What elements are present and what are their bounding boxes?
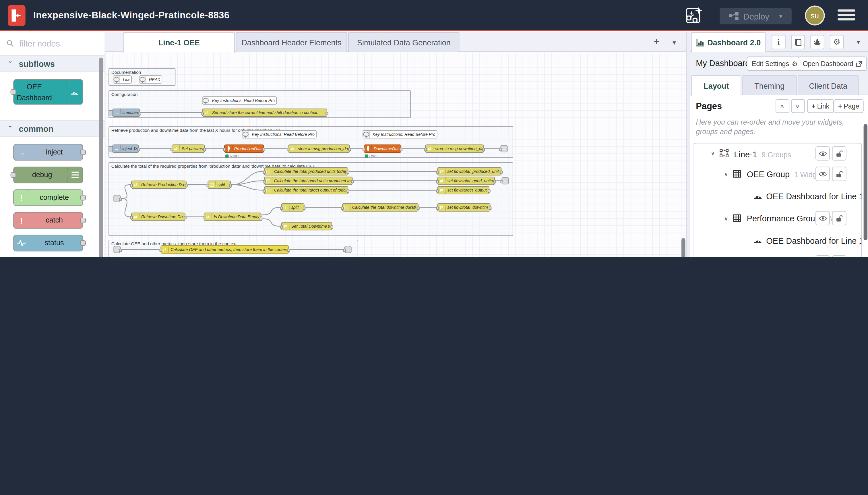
node-output-port[interactable] xyxy=(488,189,490,193)
tree-root-row[interactable]: ∨Line-19 Groups xyxy=(694,143,861,164)
unlock-button[interactable] xyxy=(832,255,847,257)
visibility-eye-button[interactable] xyxy=(815,255,830,257)
palette-node-status[interactable]: status xyxy=(13,235,83,252)
flow-list-caret-icon[interactable]: ▾ xyxy=(667,36,681,49)
node-output-port[interactable] xyxy=(348,148,351,151)
flow-node-s1[interactable]: ⇄store in msg.production_data xyxy=(288,144,350,153)
tree-group-row[interactable]: ∨Availability Group1 Widgets xyxy=(694,252,861,257)
unlock-button[interactable] xyxy=(832,146,847,160)
flow-node-ie1[interactable]: ⋔Is Downtime Data Empty? xyxy=(204,213,261,221)
add-page-button[interactable]: +Page xyxy=(834,99,863,113)
tab-dashboard-2[interactable]: Dashboard 2.0 xyxy=(692,32,765,53)
flow-node-rp[interactable]: ⇄Retrieve Production Data xyxy=(131,181,187,189)
node-input-port[interactable] xyxy=(363,148,365,151)
flow-node-t1[interactable]: →timestamp ¹ xyxy=(112,108,140,117)
node-output-port[interactable] xyxy=(351,180,354,183)
node-output-port[interactable] xyxy=(185,184,188,187)
tree-widget-row[interactable]: OEE Dashboard for Line 1 xyxy=(694,186,861,208)
node-input-port[interactable] xyxy=(159,249,162,252)
node-output-port[interactable] xyxy=(500,170,503,174)
node-output-port[interactable] xyxy=(137,148,140,151)
sidebar-caret-icon[interactable]: ▾ xyxy=(851,35,865,49)
add-flow-button[interactable]: + xyxy=(650,36,663,49)
palette-node-debug[interactable]: debug xyxy=(13,167,83,184)
flow-node-li3[interactable]: → xyxy=(114,246,121,253)
unlock-button[interactable] xyxy=(832,167,847,181)
node-input-port[interactable] xyxy=(343,249,346,252)
node-input-port[interactable] xyxy=(11,172,16,178)
filter-nodes-input[interactable] xyxy=(18,38,90,49)
node-output-port[interactable] xyxy=(346,170,349,174)
palette-node-complete[interactable]: complete! xyxy=(13,189,83,206)
node-input-port[interactable] xyxy=(436,206,439,210)
user-avatar[interactable]: su xyxy=(805,5,824,25)
node-output-port[interactable] xyxy=(493,180,496,183)
chevron-down-icon[interactable]: ∨ xyxy=(711,150,715,156)
debug-bug-button[interactable] xyxy=(810,35,824,49)
flow-node-co[interactable]: ⇄Calculate OEE and other metrics, then s… xyxy=(160,245,289,254)
flow-node-sg[interactable]: ⇄set flow.total_good_units xyxy=(437,176,495,185)
node-input-port[interactable] xyxy=(206,184,209,187)
visibility-eye-button[interactable] xyxy=(815,167,830,181)
node-input-port[interactable] xyxy=(500,180,503,183)
palette-node-catch[interactable]: catch! xyxy=(13,212,83,229)
flow-node-li2[interactable]: → xyxy=(114,195,121,202)
flow-node-cp[interactable]: ◫Calculate the total produced units toda… xyxy=(264,167,348,175)
tab-layout[interactable]: Layout xyxy=(692,75,742,96)
node-input-port[interactable] xyxy=(11,89,16,95)
flow-node-i1[interactable]: →inject ↻ xyxy=(112,144,139,153)
expand-all-button[interactable]: » xyxy=(791,99,805,113)
node-output-port[interactable] xyxy=(262,148,265,151)
node-input-port[interactable] xyxy=(223,148,226,151)
node-output-port[interactable] xyxy=(80,195,86,200)
palette-section-common[interactable]: ›common xyxy=(0,120,105,137)
node-red-logo-icon[interactable] xyxy=(8,5,25,26)
node-output-port[interactable] xyxy=(346,189,349,193)
node-input-port[interactable] xyxy=(280,225,283,228)
tree-group-row[interactable]: ∨Performance Group1 Widgets xyxy=(694,208,861,230)
node-output-port[interactable] xyxy=(138,112,141,115)
node-input-port[interactable] xyxy=(263,170,266,174)
sidebar-splitter[interactable] xyxy=(686,32,690,257)
flow-node-kc1[interactable]: Key Instructions: Read Before Proceeding xyxy=(242,130,317,138)
visibility-eye-button[interactable] xyxy=(815,146,830,160)
flow-node-rdm[interactable]: README xyxy=(139,75,162,84)
chevron-down-icon[interactable]: ∨ xyxy=(724,215,728,221)
palette-section-subflows[interactable]: ›subflows xyxy=(0,55,105,72)
flow-node-cd[interactable]: ◫Calculate the total downtime duration xyxy=(342,203,418,211)
node-input-port[interactable] xyxy=(341,206,344,210)
flow-node-lo1[interactable]: → xyxy=(500,145,507,152)
flow-node-f2[interactable]: DowntimeData xyxy=(364,144,401,153)
unlock-button[interactable] xyxy=(832,211,847,225)
flow-node-c1[interactable]: ⇄Set and store the current line and shif… xyxy=(202,108,327,117)
add-link-button[interactable]: +Link xyxy=(807,99,834,113)
node-output-port[interactable] xyxy=(260,218,263,221)
flow-canvas[interactable]: DocumentationConfigurationRetrieve produ… xyxy=(105,53,686,257)
flow-node-sp1[interactable]: ◫split xyxy=(208,181,231,189)
flow-node-ct[interactable]: ◫Calculate the total target output of to… xyxy=(264,186,348,194)
node-input-port[interactable] xyxy=(171,148,173,151)
node-input-port[interactable] xyxy=(500,148,502,151)
visibility-eye-button[interactable] xyxy=(815,211,830,225)
node-input-port[interactable] xyxy=(287,148,290,151)
ai-assistant-icon[interactable] xyxy=(685,6,704,25)
node-output-port[interactable] xyxy=(80,150,86,155)
node-output-port[interactable] xyxy=(184,216,187,219)
flow-node-sd[interactable]: ⇄set flow.total_downtime xyxy=(437,203,490,211)
node-output-port[interactable] xyxy=(326,112,328,115)
open-dashboard-button[interactable]: Open Dashboard xyxy=(798,56,867,71)
palette-node-inject[interactable]: inject→ xyxy=(13,144,83,160)
flow-node-p1[interactable]: ⇄Set params xyxy=(172,144,205,153)
collapse-all-button[interactable]: « xyxy=(776,99,789,113)
node-input-port[interactable] xyxy=(424,148,427,151)
node-output-port[interactable] xyxy=(417,206,420,210)
palette-node-OEE-Dashboard[interactable]: OEEDashboard xyxy=(13,79,83,105)
node-output-port[interactable] xyxy=(330,225,333,228)
palette-scrollbar[interactable] xyxy=(99,58,103,257)
node-input-port[interactable] xyxy=(436,180,439,183)
node-output-port[interactable] xyxy=(287,249,290,252)
flow-node-kc0[interactable]: Key Instructions: Read Before Proceeding xyxy=(202,97,277,105)
node-output-port[interactable] xyxy=(260,214,263,217)
node-output-port[interactable] xyxy=(400,148,402,151)
node-input-port[interactable] xyxy=(436,189,439,193)
